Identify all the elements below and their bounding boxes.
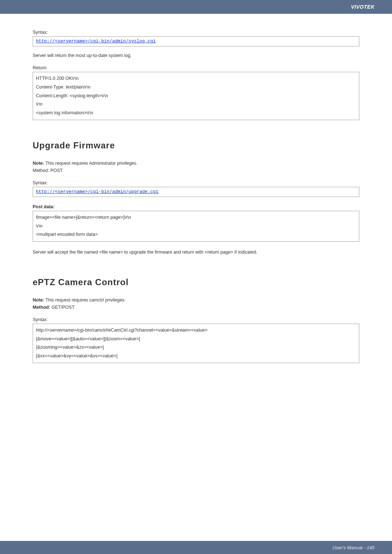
syslog-syntax-label: Syntax: <box>33 30 359 35</box>
post-line-1: fimage=<file name>[&return=<return page>… <box>36 213 356 222</box>
eptz-heading: ePTZ Camera Control <box>33 277 359 287</box>
upgrade-note: Note: This request requires Administrato… <box>33 161 359 166</box>
syslog-desc: Server will return the most up-to-date s… <box>33 53 359 58</box>
eptz-method-val: GET/POST <box>50 305 75 310</box>
eptz-s2: [&move=<value>][&auto=<value>][&zoom=<va… <box>36 335 356 344</box>
upgrade-heading: Upgrade Firmware <box>33 140 359 151</box>
upgrade-url-box: http://<servername>/cgi-bin/admin/upgrad… <box>33 187 359 197</box>
upgrade-desc: Server will accept the file named <file … <box>33 248 359 257</box>
header-band: VIVOTEK <box>0 0 392 14</box>
eptz-s1a: http://< <box>36 328 50 333</box>
eptz-note-text: This request requires camctrl privileges… <box>44 297 126 303</box>
eptz-syntax-box: http://<servername>/cgi-bin/camctrl/eCam… <box>33 324 359 363</box>
eptz-s4: [&vx=<value>&vy=<value>&vs=<value>] <box>36 352 356 361</box>
ret-line-5: <system log information>\r\n <box>36 109 356 118</box>
ret-line-3: Content-Length: <syslog length>\r\n <box>36 92 356 100</box>
footer-band: User's Manual - 145 <box>0 541 392 554</box>
ret-line-1: HTTP/1.0 200 OK\r\n <box>36 74 356 83</box>
eptz-syntax-label: Syntax: <box>33 317 359 322</box>
upgrade-syntax-label: Syntax: <box>33 180 359 185</box>
upgrade-post-block: fimage=<file name>[&return=<return page>… <box>33 211 359 242</box>
upgrade-note-text: This request requires Administrator priv… <box>44 161 138 166</box>
eptz-note: Note: This request requires camctrl priv… <box>33 297 359 303</box>
post-line-3: <multipart encoded form data> <box>36 230 356 239</box>
footer-text: User's Manual - 145 <box>332 545 375 550</box>
eptz-method: Method: GET/POST <box>33 305 359 310</box>
syslog-url[interactable]: http://<servername>/cgi-bin/admin/syslog… <box>36 39 156 44</box>
post-line-2: \r\n <box>36 222 356 231</box>
upgrade-post-label: Post data: <box>33 204 359 209</box>
ret-line-4: \r\n <box>36 100 356 109</box>
eptz-s1b: servername <box>50 328 74 333</box>
page-content: Syntax: http://<servername>/cgi-bin/admi… <box>0 14 392 402</box>
eptz-s3: [&zooming=<value>&zs=<value>] <box>36 343 356 352</box>
brand-label: VIVOTEK <box>351 4 375 10</box>
upgrade-note-label: Note: <box>33 161 44 166</box>
eptz-note-label: Note: <box>33 297 44 303</box>
syslog-url-box: http://<servername>/cgi-bin/admin/syslog… <box>33 36 359 46</box>
upgrade-method: Method: POST <box>33 168 359 173</box>
upgrade-url[interactable]: http://<servername>/cgi-bin/admin/upgrad… <box>36 189 159 194</box>
eptz-s1c: >/cgi-bin/camctrl/eCamCtrl.cgi?channel=<… <box>74 328 208 333</box>
eptz-method-label: Method: <box>33 305 50 310</box>
eptz-s1: http://<servername>/cgi-bin/camctrl/eCam… <box>36 326 356 335</box>
syslog-return-label: Return: <box>33 65 359 70</box>
syslog-return-block: HTTP/1.0 200 OK\r\n Content-Type: text/p… <box>33 72 359 120</box>
ret-line-2: Content-Type: text/plain\r\n <box>36 83 356 92</box>
